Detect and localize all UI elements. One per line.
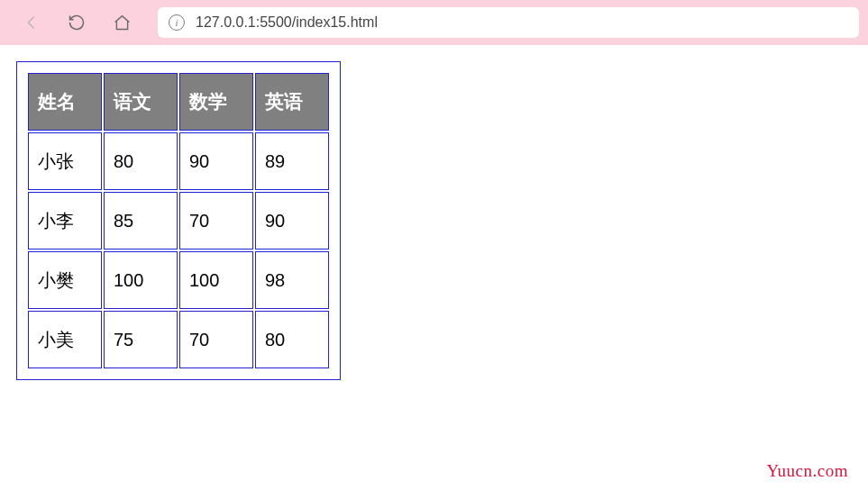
cell-name: 小樊 <box>28 251 102 309</box>
col-shuxue: 数学 <box>179 73 253 131</box>
url-text: 127.0.0.1:5500/index15.html <box>196 14 378 31</box>
home-icon <box>113 14 132 32</box>
cell-name: 小美 <box>28 311 102 368</box>
page-content: 姓名 语文 数学 英语 小张 80 90 89 小李 85 70 90 <box>0 45 868 400</box>
cell-value: 100 <box>104 251 178 309</box>
watermark: Yuucn.com <box>766 461 848 481</box>
table-row: 小樊 100 100 98 <box>28 251 329 309</box>
table-header-row: 姓名 语文 数学 英语 <box>28 73 329 131</box>
cell-name: 小李 <box>28 192 102 250</box>
cell-value: 80 <box>255 311 329 368</box>
arrow-left-icon <box>22 13 41 32</box>
cell-value: 90 <box>179 132 253 190</box>
cell-value: 85 <box>104 192 178 250</box>
cell-value: 75 <box>104 311 178 368</box>
refresh-button[interactable] <box>54 0 99 45</box>
cell-value: 70 <box>179 192 253 250</box>
col-yuwen: 语文 <box>104 73 178 131</box>
table-row: 小美 75 70 80 <box>28 311 329 368</box>
back-button[interactable] <box>9 0 54 45</box>
table-container: 姓名 语文 数学 英语 小张 80 90 89 小李 85 70 90 <box>16 61 341 380</box>
scores-table: 姓名 语文 数学 英语 小张 80 90 89 小李 85 70 90 <box>26 71 331 370</box>
browser-toolbar: i 127.0.0.1:5500/index15.html <box>0 0 868 45</box>
cell-value: 89 <box>255 132 329 190</box>
table-row: 小李 85 70 90 <box>28 192 329 250</box>
cell-name: 小张 <box>28 132 102 190</box>
address-bar[interactable]: i 127.0.0.1:5500/index15.html <box>158 7 859 38</box>
table-row: 小张 80 90 89 <box>28 132 329 190</box>
cell-value: 70 <box>179 311 253 368</box>
cell-value: 80 <box>104 132 178 190</box>
home-button[interactable] <box>99 0 144 45</box>
refresh-icon <box>68 14 86 32</box>
cell-value: 98 <box>255 251 329 309</box>
col-name: 姓名 <box>28 73 102 131</box>
info-icon: i <box>169 14 185 31</box>
cell-value: 90 <box>255 192 329 250</box>
cell-value: 100 <box>179 251 253 309</box>
col-yingyu: 英语 <box>255 73 329 131</box>
